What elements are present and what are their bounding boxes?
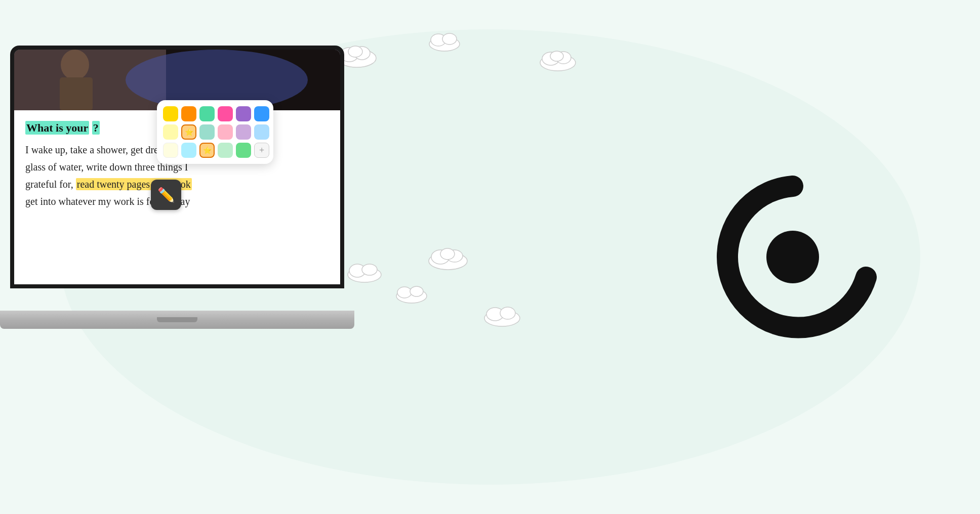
eraser-icon: ✏️	[157, 187, 175, 203]
color-swatch-pale-yellow[interactable]	[163, 143, 178, 158]
color-swatch-orange[interactable]	[181, 106, 196, 121]
cloud-3	[537, 46, 580, 72]
color-swatch-purple[interactable]	[236, 106, 251, 121]
color-swatch-pale-mint[interactable]	[218, 143, 233, 158]
cloud-6	[392, 281, 430, 304]
color-swatch-light-purple[interactable]	[236, 124, 251, 140]
color-swatch-sky[interactable]	[181, 143, 196, 158]
laptop-screen: What is your ? I wake up, take a shower,…	[14, 50, 340, 284]
color-grid-row2: ⭐	[163, 124, 267, 140]
laptop: What is your ? I wake up, take a shower,…	[10, 46, 364, 329]
color-swatch-mint[interactable]	[199, 106, 215, 121]
color-swatch-blue[interactable]	[254, 106, 269, 121]
svg-point-20	[410, 286, 423, 296]
color-swatch-star[interactable]: ⭐	[181, 124, 196, 140]
laptop-lid: What is your ? I wake up, take a shower,…	[10, 46, 344, 288]
cloud-2	[425, 28, 463, 52]
color-swatch-pink[interactable]	[218, 106, 233, 121]
heading-suffix-text: ?	[92, 121, 100, 135]
color-grid-row1	[163, 106, 267, 121]
heading-highlight: What is your	[25, 121, 89, 135]
color-swatch-light-mint[interactable]	[199, 124, 215, 140]
laptop-base	[0, 311, 354, 329]
color-picker-popup[interactable]: ⭐ ⭐ +	[157, 100, 273, 164]
color-swatch-yellow[interactable]	[163, 106, 178, 121]
color-swatch-light-yellow[interactable]	[163, 124, 178, 140]
brand-logo	[707, 171, 879, 343]
color-swatch-light-pink[interactable]	[218, 124, 233, 140]
color-swatch-add[interactable]: +	[254, 143, 269, 158]
svg-point-17	[440, 248, 455, 260]
svg-rect-26	[60, 77, 93, 110]
cloud-5	[425, 243, 471, 271]
svg-point-25	[61, 50, 89, 80]
color-swatch-light-blue[interactable]	[254, 124, 269, 140]
color-swatch-green[interactable]	[236, 143, 251, 158]
color-swatch-star2[interactable]: ⭐	[199, 143, 215, 158]
cloud-7	[481, 301, 524, 327]
svg-point-29	[766, 231, 819, 283]
color-grid-row3: ⭐ +	[163, 143, 267, 158]
eraser-tool-button[interactable]: ✏️	[151, 180, 181, 210]
svg-point-10	[550, 51, 563, 61]
svg-point-23	[500, 307, 515, 319]
body-line3-prefix: grateful for,	[25, 179, 76, 190]
heading-suffix	[89, 121, 92, 134]
svg-point-19	[397, 287, 412, 298]
laptop-notch	[157, 317, 197, 322]
svg-point-6	[442, 33, 457, 45]
